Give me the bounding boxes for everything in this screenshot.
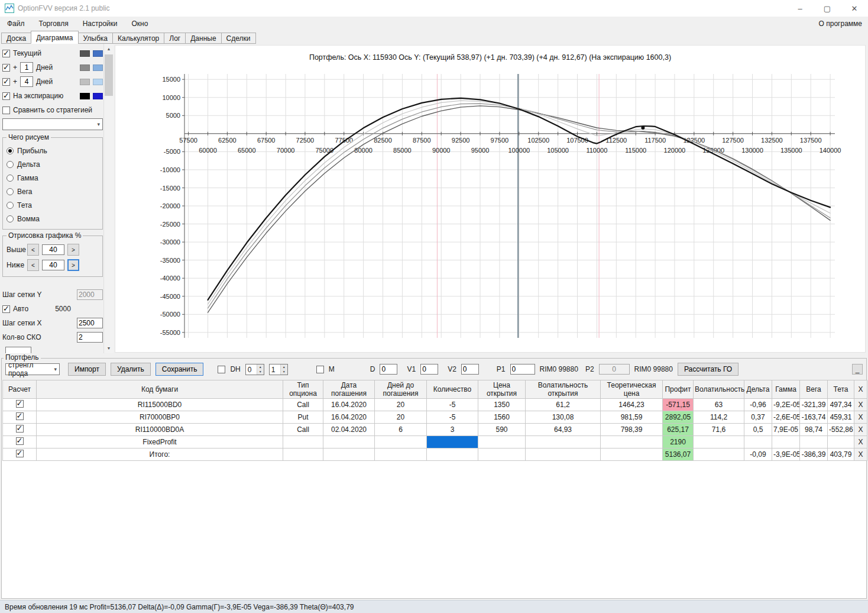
dh-spinner-1[interactable]: 0 ▲▼ xyxy=(245,364,264,375)
row-close-button[interactable]: X xyxy=(854,411,867,424)
column-header-15[interactable]: X xyxy=(854,380,867,399)
row-checkbox[interactable] xyxy=(16,412,24,420)
dh-spinner-2[interactable]: 1 ▲▼ xyxy=(269,364,288,375)
draw-option-radio-5[interactable] xyxy=(7,215,14,222)
cell-type[interactable]: Call xyxy=(283,424,323,436)
spin-up-icon[interactable]: ▲ xyxy=(257,364,264,370)
cell-open_vol[interactable]: 61,2 xyxy=(526,399,601,411)
cell-vol[interactable]: 71,6 xyxy=(694,424,744,436)
maximize-icon[interactable]: ▢ xyxy=(814,0,841,17)
cell-type[interactable] xyxy=(283,449,323,461)
expiration-color2-swatch[interactable] xyxy=(93,93,103,99)
row-checkbox[interactable] xyxy=(16,450,24,457)
cell-profit[interactable]: 2190 xyxy=(663,436,694,449)
import-button[interactable]: Импорт xyxy=(68,363,106,376)
cell-profit[interactable]: 2892,05 xyxy=(663,411,694,424)
menu-item-1[interactable]: Торговля xyxy=(32,18,76,30)
minimize-icon[interactable]: – xyxy=(786,0,814,17)
cell-delta[interactable]: 0,5 xyxy=(744,424,772,436)
column-header-0[interactable]: Расчет xyxy=(3,380,37,399)
row-close-button[interactable]: X xyxy=(854,436,867,449)
dh-checkbox[interactable] xyxy=(218,366,225,373)
row-check-cell[interactable] xyxy=(3,436,37,449)
cell-theor[interactable] xyxy=(601,436,663,449)
p2-input[interactable] xyxy=(599,364,630,375)
v2-input[interactable] xyxy=(461,364,479,375)
cell-vol[interactable]: 63 xyxy=(694,399,744,411)
expiration-checkbox[interactable] xyxy=(2,92,10,100)
m-checkbox[interactable] xyxy=(316,366,324,373)
column-header-14[interactable]: Тета xyxy=(828,380,854,399)
p1-input[interactable] xyxy=(510,364,535,375)
cell-delta[interactable]: 0,37 xyxy=(744,411,772,424)
cell-vega[interactable]: 98,74 xyxy=(800,424,828,436)
above-decrease-button[interactable]: < xyxy=(27,244,39,256)
below-increase-button[interactable]: > xyxy=(67,259,79,271)
row-checkbox[interactable] xyxy=(16,425,24,433)
plus4-color2-swatch[interactable] xyxy=(93,79,103,85)
cell-type[interactable] xyxy=(283,436,323,449)
cell-open_price[interactable]: 590 xyxy=(478,424,526,436)
below-decrease-button[interactable]: < xyxy=(27,259,39,271)
current-checkbox[interactable] xyxy=(2,50,10,57)
cell-gamma[interactable] xyxy=(772,436,800,449)
cell-vol[interactable]: 114,2 xyxy=(694,411,744,424)
chart-plot[interactable]: 15000100005000-5000-10000-15000-20000-25… xyxy=(115,46,866,353)
tab-1[interactable]: Диаграмма xyxy=(31,31,78,44)
cell-open_vol[interactable] xyxy=(526,449,601,461)
current-color1-swatch[interactable] xyxy=(80,50,90,57)
column-header-4[interactable]: Дней до погашения xyxy=(375,380,427,399)
spin-down-icon[interactable]: ▼ xyxy=(281,369,287,375)
cell-days[interactable] xyxy=(375,436,427,449)
scroll-down-icon[interactable]: ▼ xyxy=(104,343,114,353)
tab-5[interactable]: Данные xyxy=(185,33,221,44)
menu-item-2[interactable]: Настройки xyxy=(76,18,125,30)
cell-delta[interactable]: -0,09 xyxy=(744,449,772,461)
cell-open_price[interactable]: 1560 xyxy=(478,411,526,424)
cell-theta[interactable]: 459,31 xyxy=(828,411,854,424)
current-color2-swatch[interactable] xyxy=(93,50,103,57)
cell-code[interactable]: RI70000BP0 xyxy=(37,411,283,424)
row-checkbox[interactable] xyxy=(16,437,24,445)
cell-open_price[interactable] xyxy=(478,449,526,461)
spin-up-icon[interactable]: ▲ xyxy=(281,364,287,370)
column-header-6[interactable]: Цена открытия xyxy=(478,380,526,399)
cell-expiry[interactable] xyxy=(323,449,375,461)
cell-theta[interactable]: -552,86 xyxy=(828,424,854,436)
cell-profit[interactable]: 5136,07 xyxy=(663,449,694,461)
cell-code[interactable]: Итого: xyxy=(37,449,283,461)
cell-days[interactable] xyxy=(375,449,427,461)
cell-theor[interactable]: 981,59 xyxy=(601,411,663,424)
tab-2[interactable]: Улыбка xyxy=(78,33,114,44)
column-header-12[interactable]: Гамма xyxy=(772,380,800,399)
column-header-13[interactable]: Вега xyxy=(800,380,828,399)
menu-item-0[interactable]: Файл xyxy=(0,18,32,30)
column-header-3[interactable]: Дата погашения xyxy=(323,380,375,399)
tab-4[interactable]: Лог xyxy=(164,33,186,44)
cell-qty[interactable] xyxy=(427,449,478,461)
column-header-7[interactable]: Волатильность открытия xyxy=(526,380,601,399)
cell-type[interactable]: Call xyxy=(283,399,323,411)
cell-open_vol[interactable]: 64,93 xyxy=(526,424,601,436)
cell-vega[interactable]: -163,74 xyxy=(800,411,828,424)
cell-theta[interactable]: 497,34 xyxy=(828,399,854,411)
above-input[interactable] xyxy=(42,244,64,255)
menu-item-3[interactable]: Окно xyxy=(125,18,156,30)
row-check-cell[interactable] xyxy=(3,399,37,411)
cell-theta[interactable] xyxy=(828,436,854,449)
row-close-button[interactable]: X xyxy=(854,399,867,411)
cell-qty[interactable]: -5 xyxy=(427,411,478,424)
cell-gamma[interactable]: -9,2E-05 xyxy=(772,399,800,411)
draw-option-radio-4[interactable] xyxy=(7,202,14,209)
expiration-color1-swatch[interactable] xyxy=(80,93,90,99)
cell-days[interactable]: 20 xyxy=(375,411,427,424)
plus4-checkbox[interactable] xyxy=(2,78,10,86)
calc-go-button[interactable]: Рассчитать ГО xyxy=(678,363,739,376)
cell-vol[interactable] xyxy=(694,449,744,461)
cell-theta[interactable]: 403,79 xyxy=(828,449,854,461)
auto-grid-checkbox[interactable] xyxy=(2,305,10,313)
scroll-up-icon[interactable]: ▲ xyxy=(104,44,114,54)
draw-option-radio-1[interactable] xyxy=(7,161,14,168)
cell-qty[interactable]: 3 xyxy=(427,424,478,436)
save-button[interactable]: Сохранить xyxy=(156,363,204,376)
